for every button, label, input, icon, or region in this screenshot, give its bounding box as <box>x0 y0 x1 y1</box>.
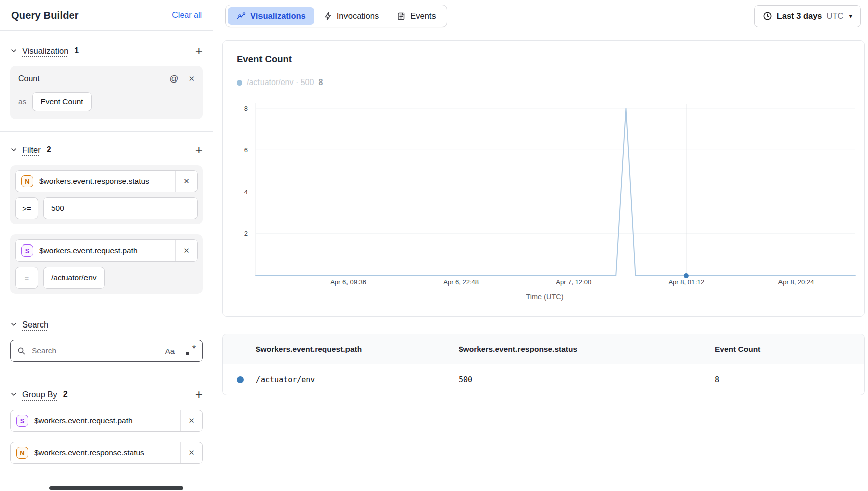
regex-toggle[interactable]: * <box>186 345 196 356</box>
chevron-down-icon[interactable] <box>10 146 17 153</box>
group-by-section: Group By 2 + S $workers.event.request.pa… <box>0 376 213 475</box>
group-by-item: S $workers.event.request.path ✕ <box>10 410 203 432</box>
sidebar-header: Query Builder Clear all <box>0 0 213 31</box>
tab-invocations[interactable]: Invocations <box>315 7 387 25</box>
legend-dot <box>237 80 242 86</box>
visualization-function[interactable]: Count <box>18 74 40 84</box>
table-row[interactable]: /actuator/env 500 8 <box>223 364 864 395</box>
horizontal-scrollbar-thumb[interactable] <box>49 486 183 490</box>
tab-label: Events <box>410 11 436 21</box>
number-type-badge: N <box>21 175 33 187</box>
match-case-toggle[interactable]: Aa <box>165 347 175 355</box>
tab-label: Visualizations <box>250 11 306 21</box>
lightning-bolt-icon <box>324 12 332 21</box>
column-header: $workers.event.request.path <box>223 345 459 354</box>
string-type-badge: S <box>21 244 33 257</box>
visualization-section: Visualization 1 + Count @ ✕ as Event Cou… <box>0 31 213 131</box>
add-visualization-button[interactable]: + <box>195 46 203 56</box>
search-section-label[interactable]: Search <box>22 320 48 330</box>
filter-count: 2 <box>47 145 51 154</box>
caret-down-icon: ▾ <box>849 12 852 20</box>
search-section: Search Aa * <box>0 306 213 376</box>
number-type-badge: N <box>16 447 28 459</box>
search-icon <box>17 347 26 355</box>
filter-item: N $workers.event.response.status ✕ >= 50… <box>10 165 203 224</box>
cell-response-status: 500 <box>459 375 715 384</box>
add-filter-button[interactable]: + <box>195 145 203 155</box>
series-color-dot <box>237 376 244 383</box>
alias-at-icon[interactable]: @ <box>169 74 178 84</box>
string-type-badge: S <box>16 415 28 427</box>
remove-filter-button[interactable]: ✕ <box>175 240 197 261</box>
group-by-section-label[interactable]: Group By <box>22 390 57 399</box>
filter-value-input[interactable]: 500 <box>43 197 198 219</box>
remove-visualization-icon[interactable]: ✕ <box>188 74 195 84</box>
visualization-section-label[interactable]: Visualization <box>22 46 68 56</box>
results-table: $workers.event.request.path $workers.eve… <box>222 334 865 395</box>
as-label: as <box>18 97 26 106</box>
group-by-count: 2 <box>63 390 68 399</box>
close-icon: ✕ <box>183 246 190 255</box>
chart-card: Event Count /actuator/env · 500 8 2468Ap… <box>222 40 865 317</box>
svg-text:4: 4 <box>244 188 248 196</box>
close-icon: ✕ <box>188 448 195 457</box>
filter-section: Filter 2 + N $workers.event.response.sta… <box>0 132 213 306</box>
visualization-count: 1 <box>74 46 79 55</box>
tab-visualizations[interactable]: Visualizations <box>228 7 314 25</box>
event-count-line-chart[interactable]: 2468Apr 6, 09:36Apr 6, 22:48Apr 7, 12:00… <box>223 99 866 310</box>
legend-item[interactable]: /actuator/env · 500 8 <box>237 78 864 87</box>
line-chart-icon <box>236 12 246 20</box>
view-tab-group: Visualizations Invocations Events <box>225 5 447 27</box>
main-panel: Visualizations Invocations Events <box>214 0 868 491</box>
svg-text:Apr 8, 20:24: Apr 8, 20:24 <box>778 278 814 286</box>
clock-icon <box>763 11 772 21</box>
column-header: Event Count <box>715 345 864 354</box>
remove-filter-button[interactable]: ✕ <box>175 171 197 192</box>
svg-text:Apr 8, 01:12: Apr 8, 01:12 <box>668 278 704 286</box>
column-header: $workers.event.response.status <box>459 345 715 354</box>
query-builder-sidebar: Query Builder Clear all Visualization 1 … <box>0 0 213 491</box>
regex-star-glyph: * <box>192 344 196 354</box>
legend-series-value: 8 <box>318 78 323 87</box>
svg-text:Time (UTC): Time (UTC) <box>526 293 563 301</box>
remove-group-by-button[interactable]: ✕ <box>180 410 202 431</box>
event-log-icon <box>397 12 406 21</box>
filter-operator-select[interactable]: >= <box>15 197 38 219</box>
search-input[interactable] <box>31 346 160 356</box>
legend-series-name: /actuator/env · 500 <box>247 78 314 87</box>
filter-item: S $workers.event.request.path ✕ = /actua… <box>10 234 203 294</box>
add-group-by-button[interactable]: + <box>195 389 203 399</box>
filter-value-input[interactable]: /actuator/env <box>43 267 105 289</box>
chevron-down-icon[interactable] <box>10 321 17 328</box>
cell-event-count: 8 <box>715 375 864 384</box>
visualization-card: Count @ ✕ as Event Count <box>10 66 203 119</box>
svg-text:2: 2 <box>244 230 248 237</box>
svg-text:Apr 6, 09:36: Apr 6, 09:36 <box>330 278 366 286</box>
group-by-field-input[interactable]: $workers.event.request.path <box>34 416 180 425</box>
chevron-down-icon[interactable] <box>10 47 17 54</box>
remove-group-by-button[interactable]: ✕ <box>180 442 202 463</box>
svg-text:Apr 6, 22:48: Apr 6, 22:48 <box>443 278 479 286</box>
table-header-row: $workers.event.request.path $workers.eve… <box>223 334 864 364</box>
filter-field-input[interactable]: $workers.event.request.path <box>39 246 175 255</box>
tab-label: Invocations <box>337 11 379 21</box>
regex-square-glyph <box>186 352 189 355</box>
group-by-item: N $workers.event.response.status ✕ <box>10 442 203 464</box>
visualization-alias-input[interactable]: Event Count <box>32 92 91 111</box>
clear-all-button[interactable]: Clear all <box>172 11 202 20</box>
chevron-down-icon[interactable] <box>10 391 17 398</box>
tab-events[interactable]: Events <box>388 7 444 25</box>
top-bar: Visualizations Invocations Events <box>214 0 868 32</box>
svg-text:Apr 7, 12:00: Apr 7, 12:00 <box>556 278 591 286</box>
page-title: Query Builder <box>11 10 79 21</box>
close-icon: ✕ <box>188 416 195 425</box>
search-box: Aa * <box>10 340 203 362</box>
filter-operator-select[interactable]: = <box>15 267 38 289</box>
svg-text:6: 6 <box>244 146 248 154</box>
filter-section-label[interactable]: Filter <box>22 145 41 155</box>
time-range-button[interactable]: Last 3 days UTC ▾ <box>754 5 861 27</box>
divider <box>0 475 213 475</box>
svg-text:8: 8 <box>244 105 248 112</box>
filter-field-input[interactable]: $workers.event.response.status <box>39 177 175 186</box>
group-by-field-input[interactable]: $workers.event.response.status <box>34 448 180 457</box>
